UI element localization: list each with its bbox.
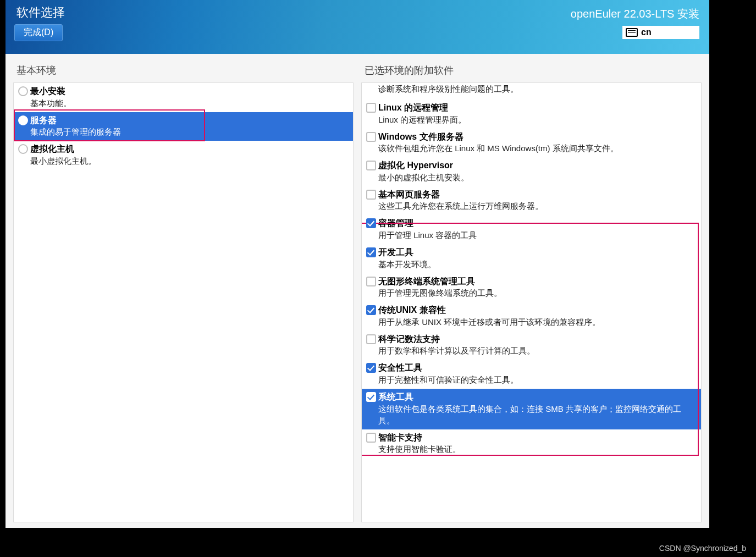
checkbox-icon <box>366 190 376 200</box>
header-left: 软件选择 完成(D) <box>5 0 65 41</box>
option-title: 系统工具 <box>378 391 697 403</box>
option-title: Windows 文件服务器 <box>378 131 697 143</box>
checkbox-icon <box>366 103 376 113</box>
option-desc: 该软件包组允许您在 Linux 和 MS Windows(tm) 系统间共享文件… <box>378 142 697 154</box>
option-title: 安全性工具 <box>378 362 697 374</box>
addon-option[interactable]: 智能卡支持支持使用智能卡验证。 <box>362 429 701 459</box>
option-desc: 基本功能。 <box>30 97 349 109</box>
option-desc: 用于完整性和可信验证的安全性工具。 <box>378 374 697 385</box>
environment-option[interactable]: 虚拟化主机最小虚拟化主机。 <box>14 141 353 170</box>
option-title: 最小安装 <box>30 85 349 97</box>
addon-option[interactable]: Linux 的远程管理Linux 的远程管理界面。 <box>362 100 701 129</box>
checkbox-icon <box>366 277 376 286</box>
checkbox-icon <box>366 363 376 373</box>
header-right: openEuler 22.03-LTS 安装 cn <box>571 0 709 39</box>
addon-option[interactable]: 传统UNIX 兼容性用于从继承 UNIX 环境中迁移或者可用于该环境的兼容程序。 <box>362 302 701 331</box>
environment-option[interactable]: 服务器集成的易于管理的服务器 <box>14 112 353 141</box>
addon-option[interactable]: 科学记数法支持用于数学和科学计算以及平行计算的工具。 <box>362 331 701 360</box>
addon-option[interactable]: Windows 文件服务器该软件包组允许您在 Linux 和 MS Window… <box>362 129 701 158</box>
option-desc: 用于数学和科学计算以及平行计算的工具。 <box>378 345 697 356</box>
option-desc: 集成的易于管理的服务器 <box>30 126 349 137</box>
environments-column: 基本环境 最小安装基本功能。服务器集成的易于管理的服务器虚拟化主机最小虚拟化主机… <box>13 64 354 522</box>
option-desc: 这组软件包是各类系统工具的集合，如：连接 SMB 共享的客户；监控网络交通的工具… <box>378 403 697 426</box>
checkbox-icon <box>366 433 376 443</box>
installer-window: 软件选择 完成(D) openEuler 22.03-LTS 安装 cn 基本环… <box>5 0 709 528</box>
option-title: 容器管理 <box>378 217 697 229</box>
environments-heading: 基本环境 <box>16 64 354 77</box>
checkbox-icon <box>366 305 376 315</box>
checkbox-icon <box>366 334 376 344</box>
option-desc: 用于从继承 UNIX 环境中迁移或者可用于该环境的兼容程序。 <box>378 316 697 328</box>
option-desc: 诊断系统和程序级别性能问题的工具。 <box>378 83 697 95</box>
environments-list[interactable]: 最小安装基本功能。服务器集成的易于管理的服务器虚拟化主机最小虚拟化主机。 <box>13 82 354 522</box>
option-title: 开发工具 <box>378 246 697 258</box>
option-desc: 用于管理无图像终端系统的工具。 <box>378 287 697 299</box>
option-title: 科学记数法支持 <box>378 333 697 345</box>
done-button[interactable]: 完成(D) <box>14 24 63 41</box>
radio-icon <box>18 115 28 125</box>
product-title: openEuler 22.03-LTS 安装 <box>571 7 699 21</box>
option-desc: 基本开发环境。 <box>378 258 697 270</box>
addons-column: 已选环境的附加软件 诊断系统和程序级别性能问题的工具。Linux 的远程管理Li… <box>361 64 702 522</box>
option-desc: 支持使用智能卡验证。 <box>378 443 697 455</box>
addon-option[interactable]: 基本网页服务器这些工具允许您在系统上运行万维网服务器。 <box>362 186 701 216</box>
addon-option[interactable]: 无图形终端系统管理工具用于管理无图像终端系统的工具。 <box>362 273 701 302</box>
option-title: 服务器 <box>30 114 349 126</box>
option-desc: 这些工具允许您在系统上运行万维网服务器。 <box>378 200 697 212</box>
option-title: 虚拟化主机 <box>30 143 349 155</box>
checkbox-icon <box>366 218 376 228</box>
addon-option[interactable]: 系统工具这组软件包是各类系统工具的集合，如：连接 SMB 共享的客户；监控网络交… <box>362 389 701 429</box>
addon-option[interactable]: 开发工具基本开发环境。 <box>362 244 701 273</box>
checkbox-icon <box>366 247 376 257</box>
addons-heading: 已选环境的附加软件 <box>365 64 702 77</box>
option-desc: 用于管理 Linux 容器的工具 <box>378 229 697 241</box>
addon-option[interactable]: 安全性工具用于完整性和可信验证的安全性工具。 <box>362 360 701 389</box>
environment-option[interactable]: 最小安装基本功能。 <box>14 83 353 112</box>
keyboard-layout-indicator[interactable]: cn <box>622 26 699 39</box>
option-title: Linux 的远程管理 <box>378 102 697 114</box>
addons-list[interactable]: 诊断系统和程序级别性能问题的工具。Linux 的远程管理Linux 的远程管理界… <box>361 82 702 522</box>
content: 基本环境 最小安装基本功能。服务器集成的易于管理的服务器虚拟化主机最小虚拟化主机… <box>5 54 709 528</box>
option-title: 智能卡支持 <box>378 432 697 444</box>
checkbox-icon <box>366 392 376 402</box>
checkbox-icon <box>366 161 376 170</box>
checkbox-icon <box>366 132 376 142</box>
option-desc: 最小的虚拟化主机安装。 <box>378 172 697 183</box>
keyboard-layout-code: cn <box>641 27 652 37</box>
option-title: 传统UNIX 兼容性 <box>378 304 697 316</box>
addon-option[interactable]: 虚拟化 Hypervisor最小的虚拟化主机安装。 <box>362 157 701 186</box>
option-desc: 最小虚拟化主机。 <box>30 155 349 167</box>
watermark: CSDN @Synchronized_b <box>659 544 746 553</box>
header: 软件选择 完成(D) openEuler 22.03-LTS 安装 cn <box>5 0 709 54</box>
option-title: 基本网页服务器 <box>378 189 697 201</box>
page-title: 软件选择 <box>16 4 65 21</box>
addon-option[interactable]: 容器管理用于管理 Linux 容器的工具 <box>362 215 701 244</box>
keyboard-icon <box>626 28 638 37</box>
radio-icon <box>18 144 28 154</box>
radio-icon <box>18 86 28 96</box>
option-title: 虚拟化 Hypervisor <box>378 159 697 172</box>
option-desc: Linux 的远程管理界面。 <box>378 114 697 125</box>
addon-option[interactable]: 诊断系统和程序级别性能问题的工具。 <box>362 83 701 100</box>
option-title: 无图形终端系统管理工具 <box>378 275 697 288</box>
